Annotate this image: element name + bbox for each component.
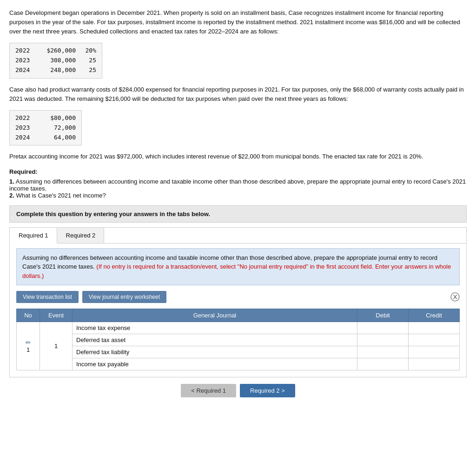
debit-2[interactable]	[357, 334, 409, 346]
next-button[interactable]: Required 2 >	[240, 384, 295, 397]
credit-1[interactable]	[409, 322, 460, 334]
debit-4[interactable]	[357, 358, 409, 370]
view-journal-btn[interactable]: View journal entry worksheet	[82, 291, 166, 303]
tab-description: Assuming no differences between accounti…	[16, 248, 460, 286]
warr-amount-1: $80,000	[39, 113, 76, 123]
warranty-table: 2022 $80,000 2023 72,000 2024 64,000	[9, 110, 82, 145]
credit-3[interactable]	[409, 346, 460, 358]
gj-entry-3[interactable]: Deferred tax liability	[73, 346, 357, 358]
th-debit: Debit	[357, 309, 409, 322]
table-row: ✏ 1 1 Income tax expense	[17, 322, 460, 334]
inst-rate-3: 25	[82, 66, 96, 75]
intro-paragraph3: Pretax accounting income for 2021 was $9…	[9, 152, 467, 161]
journal-table: No Event General Journal Debit Credit ✏ …	[16, 309, 460, 370]
edit-cell[interactable]: ✏ 1	[17, 322, 40, 370]
warr-year-1: 2022	[15, 113, 32, 123]
warr-year-3: 2024	[15, 133, 32, 143]
table-row: Income tax payable	[17, 358, 460, 370]
inst-amount-2: 308,000	[39, 56, 76, 66]
credit-2[interactable]	[409, 334, 460, 346]
close-icon-btn[interactable]: ⓧ	[450, 292, 460, 302]
req-item1-bold: 1.	[9, 178, 14, 185]
req-item1-text: Assuming no differences between accounti…	[9, 178, 466, 192]
th-credit: Credit	[409, 309, 460, 322]
req-item2-bold: 2.	[9, 192, 14, 199]
warr-amount-3: 64,000	[39, 133, 76, 143]
inst-year-2: 2023	[15, 56, 32, 66]
instruction-text: Complete this question by entering your …	[16, 211, 210, 218]
button-row: View transaction list View journal entry…	[16, 291, 460, 303]
tab1-content: Assuming no differences between accounti…	[10, 244, 466, 377]
required-label: Required:	[9, 168, 467, 175]
warr-year-2: 2023	[15, 123, 32, 133]
tabs-container: Required 1 Required 2 Assuming no differ…	[9, 227, 467, 378]
table-row: Deferred tax liability	[17, 346, 460, 358]
inst-rate-2: 25	[82, 56, 96, 66]
debit-3[interactable]	[357, 346, 409, 358]
required-item1: 1. Assuming no differences between accou…	[9, 178, 467, 192]
warr-amount-2: 72,000	[39, 123, 76, 133]
inst-amount-3: 248,000	[39, 66, 76, 75]
tab-required1[interactable]: Required 1	[10, 228, 57, 244]
intro-paragraph1: Case Development began operations in Dec…	[9, 8, 467, 36]
prev-button[interactable]: < Required 1	[181, 384, 236, 397]
view-transaction-btn[interactable]: View transaction list	[16, 291, 79, 303]
req-item2-text: What is Case's 2021 net income?	[14, 192, 106, 199]
row-no: 1	[26, 346, 30, 353]
event-cell: 1	[40, 322, 73, 370]
gj-entry-4[interactable]: Income tax payable	[73, 358, 357, 370]
required-item2: 2. What is Case's 2021 net income?	[9, 192, 467, 199]
th-no: No	[17, 309, 40, 322]
edit-icon[interactable]: ✏	[26, 339, 31, 346]
tabs-header: Required 1 Required 2	[10, 228, 466, 244]
nav-bottom: < Required 1 Required 2 >	[9, 384, 467, 397]
installment-table: 2022 $260,000 20% 2023 308,000 25 2024 2…	[9, 43, 102, 78]
intro-paragraph2: Case also had product warranty costs of …	[9, 85, 467, 104]
inst-rate-1: 20%	[82, 46, 96, 56]
table-row: Deferred tax asset	[17, 334, 460, 346]
th-general-journal: General Journal	[73, 309, 357, 322]
gj-entry-1[interactable]: Income tax expense	[73, 322, 357, 334]
th-event: Event	[40, 309, 73, 322]
tab-required2[interactable]: Required 2	[57, 228, 105, 243]
inst-year-3: 2024	[15, 66, 32, 75]
inst-year-1: 2022	[15, 46, 32, 56]
gj-entry-2[interactable]: Deferred tax asset	[73, 334, 357, 346]
debit-1[interactable]	[357, 322, 409, 334]
instruction-box: Complete this question by entering your …	[9, 205, 467, 223]
inst-amount-1: $260,000	[39, 46, 76, 56]
credit-4[interactable]	[409, 358, 460, 370]
